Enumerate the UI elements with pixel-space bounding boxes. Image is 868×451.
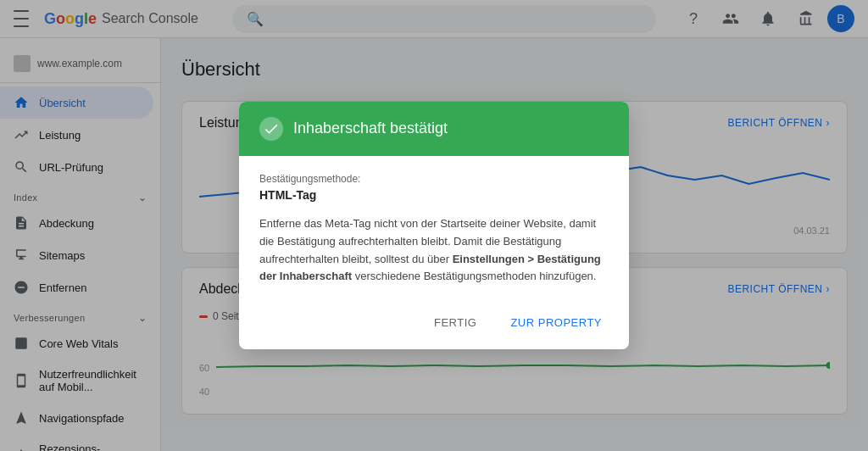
- dialog-body: Bestätigungsmethode: HTML-Tag Entferne d…: [239, 156, 629, 303]
- dialog-title: Inhaberschaft bestätigt: [293, 120, 448, 137]
- dialog-method-value: HTML-Tag: [259, 188, 609, 202]
- dialog-footer: FERTIG ZUR PROPERTY: [239, 303, 629, 349]
- dialog-text-part2: verschiedene Bestätigungsmethoden hinzuf…: [352, 270, 596, 282]
- dialog-overlay[interactable]: Inhaberschaft bestätigt Bestätigungsmeth…: [0, 0, 868, 451]
- checkmark-icon: [259, 117, 283, 141]
- dialog-cancel-button[interactable]: FERTIG: [420, 309, 490, 336]
- dialog-confirm-button[interactable]: ZUR PROPERTY: [497, 309, 615, 336]
- confirmation-dialog: Inhaberschaft bestätigt Bestätigungsmeth…: [239, 102, 629, 349]
- dialog-method-label: Bestätigungsmethode:: [259, 173, 609, 185]
- dialog-description: Entferne das Meta-Tag nicht von der Star…: [259, 215, 609, 286]
- dialog-header: Inhaberschaft bestätigt: [239, 102, 629, 156]
